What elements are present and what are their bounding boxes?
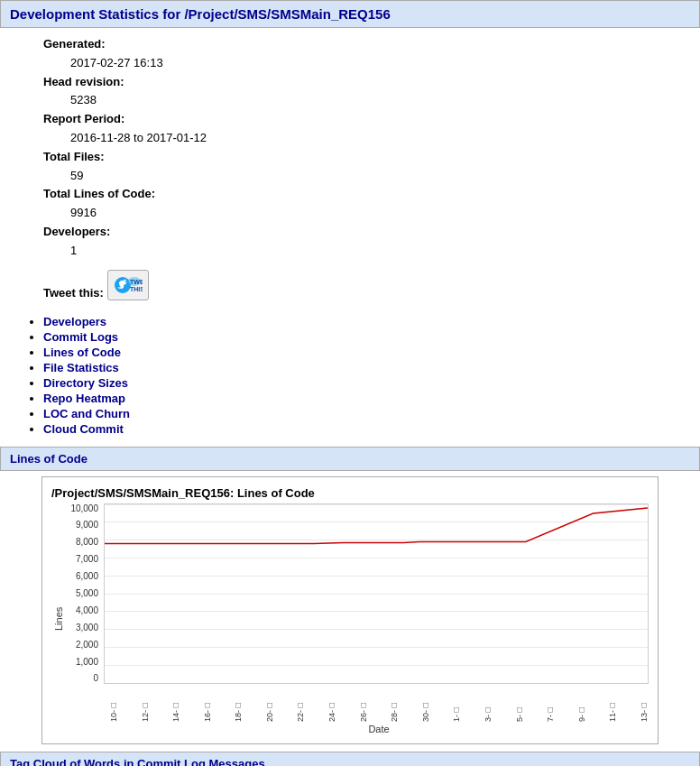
head-revision-row: Head revision: 5238 (43, 73, 657, 111)
y-tick-7000: 7,000 (64, 554, 98, 564)
nav-section: Developers Commit Logs Lines of Code Fil… (0, 308, 700, 447)
generated-value: 2017-02-27 16:13 (70, 54, 657, 73)
y-axis-label: Lines (51, 503, 64, 734)
nav-link-cloudcommit[interactable]: Cloud Commit (43, 422, 124, 436)
nav-item-heatmap[interactable]: Repo Heatmap (43, 392, 657, 405)
plot-area (104, 503, 649, 684)
x-axis-label: Date (109, 724, 649, 734)
nav-item-developers[interactable]: Developers (43, 315, 657, 328)
x-tick-7: 22-□ (296, 686, 305, 722)
nav-link-heatmap[interactable]: Repo Heatmap (43, 392, 125, 405)
y-tick-5000: 5,000 (64, 588, 98, 598)
y-tick-0: 0 (64, 673, 98, 683)
nav-item-filestats[interactable]: File Statistics (43, 361, 657, 374)
chart-title: /Project/SMS/SMSMain_REQ156: Lines of Co… (51, 486, 649, 500)
nav-list: Developers Commit Logs Lines of Code Fil… (0, 308, 700, 447)
generated-row: Generated: 2017-02-27 16:13 (43, 35, 657, 73)
developers-row: Developers: 1 (43, 223, 657, 261)
total-loc-row: Total Lines of Code: 9916 (43, 185, 657, 223)
x-tick-9: 26-□ (359, 686, 368, 722)
developers-value: 1 (70, 242, 657, 261)
x-tick-3: 14-□ (171, 686, 180, 722)
x-tick-13: 3-□ (484, 686, 493, 722)
y-tick-2000: 2,000 (64, 640, 98, 650)
total-files-label: Total Files: (43, 150, 105, 163)
report-period-label: Report Period: (43, 112, 124, 125)
grid-line-0 (105, 683, 648, 684)
x-tick-16: 9-□ (577, 686, 586, 722)
nav-item-commitlogs[interactable]: Commit Logs (43, 330, 657, 344)
svg-text:THIS: THIS (130, 286, 143, 292)
loc-line-chart (105, 504, 648, 683)
nav-link-developers[interactable]: Developers (43, 315, 106, 328)
tag-cloud-header: Tag Cloud of Words in Commit Log Message… (0, 752, 700, 766)
page-wrapper: Development Statistics for /Project/SMS/… (0, 0, 700, 766)
y-tick-9000: 9,000 (64, 520, 98, 530)
nav-item-locchurn[interactable]: LOC and Churn (43, 407, 657, 420)
head-revision-value: 5238 (70, 91, 657, 110)
head-revision-label: Head revision: (43, 75, 124, 88)
generated-label: Generated: (43, 37, 106, 51)
x-tick-14: 5-□ (515, 686, 524, 722)
chart-inner: 10,000 9,000 8,000 7,000 6,000 5,000 4,0… (64, 503, 649, 734)
tweet-section: Tweet this: TWEET THIS (43, 266, 657, 300)
nav-link-dirsizes[interactable]: Directory Sizes (43, 376, 128, 390)
y-tick-10000: 10,000 (64, 503, 98, 513)
x-tick-1: 10-□ (109, 686, 118, 722)
total-loc-value: 9916 (70, 204, 657, 223)
y-tick-8000: 8,000 (64, 537, 98, 547)
x-tick-8: 24-□ (327, 686, 336, 722)
x-tick-12: 1-□ (452, 686, 461, 722)
y-tick-1000: 1,000 (64, 657, 98, 667)
y-ticks: 10,000 9,000 8,000 7,000 6,000 5,000 4,0… (64, 503, 104, 684)
chart-area: Lines 10,000 9,000 8,000 7,000 6,000 5,0… (51, 503, 649, 734)
report-period-row: Report Period: 2016-11-28 to 2017-01-12 (43, 110, 657, 148)
x-axis-area: 10-□ 12-□ 14-□ 16-□ 18-□ 20-□ 22-□ 24-□ … (109, 686, 649, 734)
nav-link-filestats[interactable]: File Statistics (43, 361, 119, 374)
nav-item-dirsizes[interactable]: Directory Sizes (43, 376, 657, 390)
nav-link-locchurn[interactable]: LOC and Churn (43, 407, 130, 420)
info-section: Generated: 2017-02-27 16:13 Head revisio… (0, 28, 700, 308)
tag-cloud-section: Tag Cloud of Words in Commit Log Message… (0, 752, 700, 766)
nav-link-loc[interactable]: Lines of Code (43, 346, 121, 359)
x-tick-4: 16-□ (203, 686, 212, 722)
nav-item-loc[interactable]: Lines of Code (43, 346, 657, 359)
x-tick-18: 13-□ (640, 686, 649, 722)
x-tick-6: 20-□ (265, 686, 274, 722)
total-files-row: Total Files: 59 (43, 148, 657, 186)
tweet-label: Tweet this: (43, 286, 104, 300)
page-title: Development Statistics for /Project/SMS/… (0, 0, 700, 28)
twitter-icon: TWEET THIS (114, 273, 143, 297)
loc-chart-container: /Project/SMS/SMSMain_REQ156: Lines of Co… (41, 476, 659, 744)
nav-item-cloudcommit[interactable]: Cloud Commit (43, 422, 657, 436)
tweet-button[interactable]: TWEET THIS (107, 270, 149, 300)
x-tick-2: 12-□ (141, 686, 150, 722)
x-tick-15: 7-□ (546, 686, 555, 722)
x-tick-5: 18-□ (234, 686, 243, 722)
x-tick-10: 28-□ (390, 686, 399, 722)
x-ticks: 10-□ 12-□ 14-□ 16-□ 18-□ 20-□ 22-□ 24-□ … (109, 686, 649, 722)
svg-text:TWEET: TWEET (130, 279, 143, 285)
x-tick-11: 30-□ (421, 686, 430, 722)
y-tick-6000: 6,000 (64, 571, 98, 581)
y-tick-4000: 4,000 (64, 605, 98, 615)
total-loc-label: Total Lines of Code: (43, 187, 155, 200)
chart-plot: 10,000 9,000 8,000 7,000 6,000 5,000 4,0… (64, 503, 649, 684)
x-tick-17: 11-□ (608, 686, 617, 722)
nav-link-commitlogs[interactable]: Commit Logs (43, 330, 118, 344)
report-period-value: 2016-11-28 to 2017-01-12 (70, 129, 657, 148)
loc-section-header: Lines of Code (0, 447, 700, 471)
y-tick-3000: 3,000 (64, 623, 98, 632)
developers-label: Developers: (43, 225, 110, 238)
total-files-value: 59 (70, 167, 657, 186)
